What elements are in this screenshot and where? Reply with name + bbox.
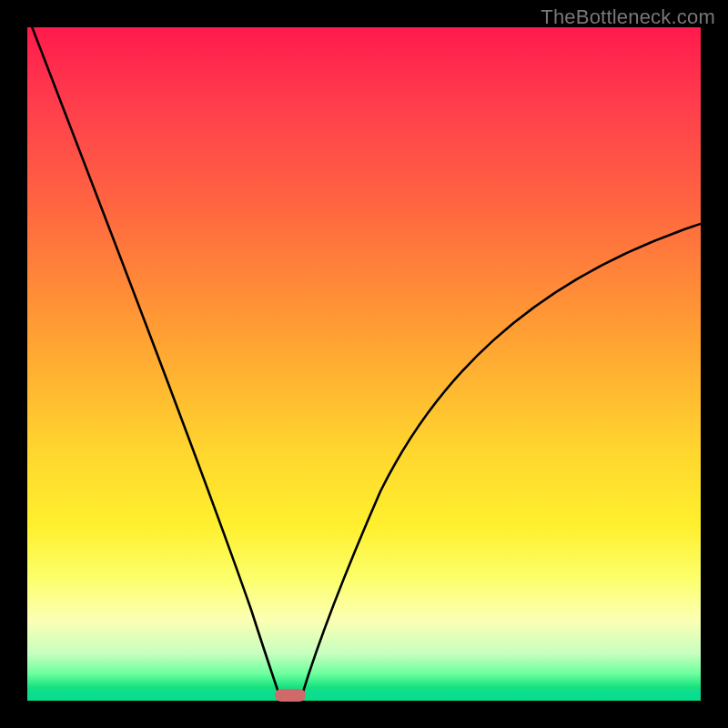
chart-frame: TheBottleneck.com (0, 0, 728, 728)
bottleneck-curve (27, 27, 701, 701)
curve-path (30, 27, 701, 701)
optimal-marker (275, 689, 306, 702)
plot-area (27, 27, 701, 701)
watermark-text: TheBottleneck.com (541, 5, 715, 29)
